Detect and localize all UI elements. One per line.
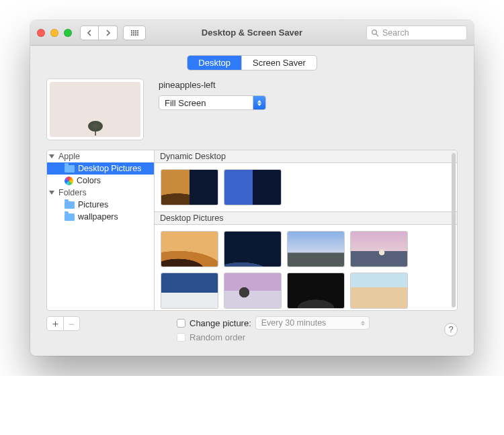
change-picture-row: Change picture: Every 30 minutes <box>177 316 370 330</box>
wallpaper-thumb[interactable] <box>351 273 407 308</box>
wallpaper-thumb[interactable] <box>224 273 281 308</box>
random-order-checkbox <box>177 333 185 342</box>
tab-segmented-control: Desktop Screen Saver <box>187 55 317 70</box>
tree-graphic <box>88 119 103 136</box>
wallpaper-thumb[interactable] <box>161 273 218 308</box>
change-picture-checkbox[interactable] <box>177 319 185 328</box>
folder-icon <box>65 201 75 209</box>
sidebar-item-pictures[interactable]: Pictures <box>47 199 154 211</box>
footer: ＋ − Change picture: Every 30 minutes Ran… <box>30 311 474 356</box>
fit-mode-select[interactable]: Fill Screen <box>159 95 266 110</box>
minimize-window-button[interactable] <box>50 29 58 37</box>
show-all-button[interactable] <box>123 26 146 40</box>
search-field[interactable]: Search <box>366 26 467 40</box>
svg-point-0 <box>372 30 377 34</box>
select-stepper-icon <box>253 96 265 109</box>
add-source-button[interactable]: ＋ <box>47 317 63 330</box>
disclosure-triangle-icon <box>49 154 54 158</box>
search-icon <box>371 29 379 37</box>
sidebar-item-wallpapers[interactable]: wallpapers <box>47 211 154 223</box>
change-picture-label: Change picture: <box>190 318 251 328</box>
current-wallpaper-name: pineapples-left <box>159 80 266 90</box>
forward-button[interactable] <box>99 26 118 40</box>
sidebar-item-colors[interactable]: Colors <box>47 175 154 187</box>
gallery-section-dynamic <box>155 163 457 211</box>
fit-mode-value: Fill Screen <box>165 98 206 108</box>
wallpaper-thumb[interactable] <box>224 232 281 267</box>
close-window-button[interactable] <box>37 29 45 37</box>
color-wheel-icon <box>65 177 73 185</box>
wallpaper-thumb[interactable] <box>161 232 218 267</box>
sidebar-item-desktop-pictures[interactable]: Desktop Pictures <box>47 162 154 175</box>
change-options: Change picture: Every 30 minutes Random … <box>177 316 370 342</box>
wallpaper-thumb[interactable] <box>288 273 344 308</box>
wallpaper-thumb[interactable] <box>161 170 218 205</box>
grid-icon <box>131 30 138 36</box>
preferences-window: Desktop & Screen Saver Search Desktop Sc… <box>30 20 474 356</box>
tab-screen-saver[interactable]: Screen Saver <box>241 56 317 70</box>
chevron-right-icon <box>106 30 111 36</box>
gallery-section-header: Dynamic Desktop <box>155 150 457 163</box>
sidebar-item-label: Colors <box>77 176 101 185</box>
source-add-remove: ＋ − <box>46 316 80 331</box>
select-stepper-icon <box>357 321 369 326</box>
sidebar-item-label: Desktop Pictures <box>78 164 141 173</box>
random-order-row: Random order <box>177 332 370 342</box>
wallpaper-gallery[interactable]: Dynamic Desktop Desktop Pictures <box>155 150 457 310</box>
folder-icon <box>65 165 75 173</box>
preview-area: pineapples-left Fill Screen <box>30 76 474 150</box>
tab-row: Desktop Screen Saver <box>30 46 474 76</box>
gallery-section-header: Desktop Pictures <box>155 211 457 225</box>
remove-source-button: − <box>63 317 79 330</box>
tab-desktop[interactable]: Desktop <box>187 56 241 70</box>
zoom-window-button[interactable] <box>64 29 72 37</box>
disclosure-triangle-icon <box>49 191 54 195</box>
current-wallpaper-preview <box>46 79 144 140</box>
back-button[interactable] <box>80 26 99 40</box>
wallpaper-thumb[interactable] <box>288 232 344 267</box>
sidebar-group-apple[interactable]: Apple <box>47 150 154 162</box>
gallery-section-pictures <box>155 225 457 310</box>
chevron-left-icon <box>87 30 92 36</box>
sidebar-item-label: Pictures <box>78 200 108 209</box>
source-sidebar: Apple Desktop Pictures Colors Folders Pi… <box>47 150 155 310</box>
change-interval-value: Every 30 minutes <box>261 318 327 328</box>
sidebar-group-label: Folders <box>58 188 87 197</box>
svg-line-1 <box>376 34 378 36</box>
window-controls <box>37 29 72 37</box>
preview-controls: pineapples-left Fill Screen <box>159 79 266 140</box>
random-order-label: Random order <box>190 332 245 342</box>
sidebar-item-label: wallpapers <box>78 212 118 222</box>
nav-buttons <box>80 26 118 40</box>
source-split-view: Apple Desktop Pictures Colors Folders Pi… <box>46 150 458 311</box>
change-interval-select: Every 30 minutes <box>255 316 370 330</box>
scrollbar[interactable] <box>452 153 456 307</box>
sidebar-group-label: Apple <box>58 152 80 161</box>
sidebar-group-folders[interactable]: Folders <box>47 187 154 199</box>
wallpaper-thumb[interactable] <box>224 170 281 205</box>
wallpaper-thumbnail <box>50 82 140 137</box>
wallpaper-thumb[interactable] <box>351 232 407 267</box>
search-placeholder: Search <box>382 28 409 38</box>
help-button[interactable]: ? <box>444 323 458 336</box>
titlebar: Desktop & Screen Saver Search <box>30 20 474 46</box>
folder-icon <box>65 213 75 221</box>
